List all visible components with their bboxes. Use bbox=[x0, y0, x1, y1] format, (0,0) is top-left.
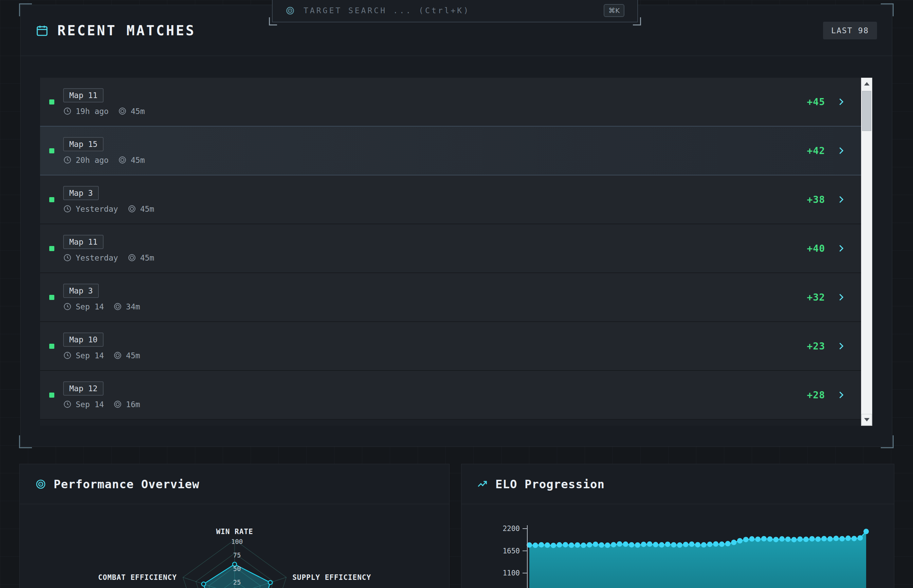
elo-progression-panel: ELO Progression 220016501100 bbox=[461, 464, 894, 588]
match-duration: 45m bbox=[131, 107, 145, 116]
match-row-main: Map 15 20h ago 45m bbox=[63, 137, 145, 165]
svg-text:1650: 1650 bbox=[502, 547, 520, 555]
match-row[interactable]: Map 11 Yesterday 45m +40 bbox=[40, 224, 861, 273]
match-meta: Sep 14 45m bbox=[63, 351, 140, 360]
match-row-main: Map 12 Sep 14 16m bbox=[63, 381, 140, 409]
duration-target-icon bbox=[128, 205, 136, 213]
clock-icon bbox=[63, 254, 72, 262]
elo-delta: +38 bbox=[807, 194, 825, 205]
match-duration: 45m bbox=[131, 156, 145, 165]
chevron-right-icon bbox=[836, 243, 846, 254]
scrollbar-up-button[interactable] bbox=[861, 78, 872, 90]
match-meta: Yesterday 45m bbox=[63, 205, 154, 213]
match-list: Map 11 19h ago 45m +45 Map 15 bbox=[40, 78, 861, 426]
svg-text:2200: 2200 bbox=[502, 525, 520, 533]
map-chip: Map 11 bbox=[63, 88, 104, 102]
chevron-right-icon bbox=[836, 390, 846, 400]
panel-corner-bracket bbox=[881, 435, 894, 448]
match-row-main: Map 11 Yesterday 45m bbox=[63, 235, 154, 262]
win-indicator bbox=[49, 197, 54, 202]
win-indicator bbox=[49, 344, 54, 349]
svg-text:100: 100 bbox=[231, 538, 243, 545]
match-row-main: Map 10 Sep 14 45m bbox=[63, 333, 140, 360]
search-shortcut-kbd: ⌘K bbox=[604, 4, 625, 17]
elo-delta: +40 bbox=[807, 243, 825, 254]
elo-title: ELO Progression bbox=[495, 477, 605, 491]
duration-target-icon bbox=[113, 302, 122, 311]
svg-text:50: 50 bbox=[233, 565, 241, 572]
win-indicator bbox=[49, 393, 54, 397]
match-rows: Map 11 19h ago 45m +45 Map 15 bbox=[40, 78, 861, 420]
clock-icon bbox=[63, 107, 72, 115]
elo-delta: +45 bbox=[807, 96, 825, 108]
elo-chart: 220016501100 bbox=[461, 504, 894, 588]
match-row-main: Map 11 19h ago 45m bbox=[63, 88, 145, 116]
clock-icon bbox=[63, 302, 72, 311]
map-chip: Map 12 bbox=[63, 381, 104, 396]
clock-icon bbox=[63, 156, 72, 164]
match-row[interactable]: Map 10 Sep 14 45m +23 bbox=[40, 322, 861, 371]
match-meta: 20h ago 45m bbox=[63, 156, 145, 165]
target-search[interactable]: TARGET SEARCH ... (Ctrl+K) ⌘K bbox=[272, 0, 638, 23]
match-row[interactable]: Map 3 Yesterday 45m +38 bbox=[40, 175, 861, 224]
scrollbar[interactable] bbox=[861, 78, 872, 426]
recent-matches-panel: RECENT MATCHES LAST 98 Map 11 19h ago 45… bbox=[20, 5, 892, 447]
match-meta: Yesterday 45m bbox=[63, 254, 154, 262]
down-arrow-icon bbox=[864, 418, 869, 422]
recent-matches-title: RECENT MATCHES bbox=[57, 23, 196, 38]
performance-overview-panel: Performance Overview 100755025WIN RATESU… bbox=[19, 464, 450, 588]
match-meta: 19h ago 45m bbox=[63, 107, 145, 116]
panel-corner-bracket bbox=[19, 435, 32, 448]
svg-text:WIN RATE: WIN RATE bbox=[216, 528, 253, 536]
bullseye-icon bbox=[35, 479, 46, 489]
duration-target-icon bbox=[118, 156, 127, 164]
match-time: 19h ago bbox=[76, 107, 108, 116]
duration-target-icon bbox=[113, 351, 122, 360]
range-badge[interactable]: LAST 98 bbox=[823, 22, 877, 39]
match-time: Sep 14 bbox=[76, 351, 104, 360]
svg-text:COMBAT EFFICIENCY: COMBAT EFFICIENCY bbox=[98, 573, 177, 582]
map-chip: Map 15 bbox=[63, 137, 104, 151]
match-duration: 45m bbox=[140, 254, 154, 262]
chevron-right-icon bbox=[836, 341, 846, 351]
elo-delta: +28 bbox=[807, 389, 825, 401]
chevron-right-icon bbox=[836, 97, 846, 107]
chevron-right-icon bbox=[836, 194, 846, 205]
match-time: 20h ago bbox=[76, 156, 108, 165]
match-row[interactable]: Map 12 Sep 14 16m +28 bbox=[40, 371, 861, 420]
match-row[interactable]: Map 3 Sep 14 34m +32 bbox=[40, 273, 861, 322]
map-chip: Map 3 bbox=[63, 186, 99, 200]
performance-title: Performance Overview bbox=[53, 477, 199, 491]
duration-target-icon bbox=[118, 107, 127, 115]
match-row[interactable]: Map 11 19h ago 45m +45 bbox=[40, 78, 861, 126]
win-indicator bbox=[49, 148, 54, 153]
scrollbar-down-button[interactable] bbox=[861, 414, 872, 425]
calendar-icon bbox=[36, 24, 49, 37]
match-time: Yesterday bbox=[76, 205, 118, 213]
performance-header: Performance Overview bbox=[20, 464, 449, 504]
match-row-main: Map 3 Sep 14 34m bbox=[63, 284, 140, 311]
trending-up-icon bbox=[477, 479, 488, 489]
svg-text:25: 25 bbox=[233, 578, 241, 586]
match-time: Yesterday bbox=[76, 254, 118, 262]
elo-delta: +32 bbox=[807, 292, 825, 303]
match-duration: 34m bbox=[126, 302, 140, 311]
svg-text:1100: 1100 bbox=[502, 569, 520, 577]
svg-text:75: 75 bbox=[233, 551, 241, 559]
match-time: Sep 14 bbox=[76, 400, 104, 409]
radar-chart: 100755025WIN RATESUPPLY EFFICIENCYCOMBAT… bbox=[20, 504, 449, 588]
duration-target-icon bbox=[128, 254, 136, 262]
match-duration: 45m bbox=[126, 351, 140, 360]
map-chip: Map 10 bbox=[63, 333, 104, 347]
match-row[interactable]: Map 15 20h ago 45m +42 bbox=[40, 126, 861, 175]
search-placeholder: TARGET SEARCH ... (Ctrl+K) bbox=[304, 6, 470, 15]
match-meta: Sep 14 34m bbox=[63, 302, 140, 311]
scrollbar-thumb[interactable] bbox=[862, 91, 871, 131]
elo-delta: +42 bbox=[807, 145, 825, 157]
up-arrow-icon bbox=[864, 82, 869, 86]
win-indicator bbox=[49, 295, 54, 300]
clock-icon bbox=[63, 400, 72, 409]
duration-target-icon bbox=[113, 400, 122, 409]
match-time: Sep 14 bbox=[76, 302, 104, 311]
clock-icon bbox=[63, 205, 72, 213]
